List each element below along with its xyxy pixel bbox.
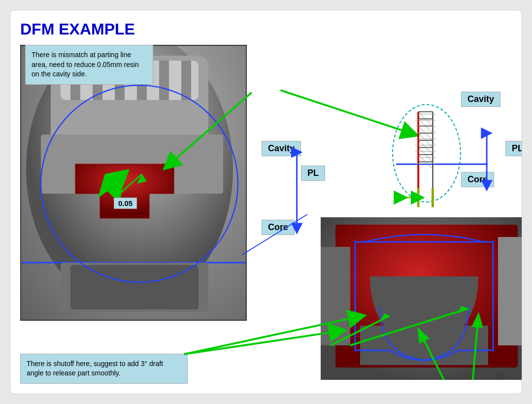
content-area: There is mismatch at parting line area, … <box>20 45 512 384</box>
slide-title: DFM EXAMPLE <box>20 20 512 38</box>
svg-rect-8 <box>181 61 191 100</box>
svg-rect-21 <box>498 237 522 345</box>
svg-rect-12 <box>70 265 199 309</box>
cavity-label-middle: Cavity <box>262 141 301 156</box>
callout-shutoff: There is shutoff here, suggest to add 3°… <box>20 354 188 384</box>
slide: DFM EXAMPLE <box>10 10 522 394</box>
svg-line-56 <box>184 331 338 354</box>
callout-mismatch: There is mismatch at parting line area, … <box>25 45 153 85</box>
core-label-right: Core <box>461 172 494 187</box>
svg-rect-19 <box>360 326 488 365</box>
measure-005: 0.05 <box>114 198 137 209</box>
left-3d-image <box>20 45 247 321</box>
svg-rect-7 <box>159 61 169 100</box>
page-number: 10 <box>496 372 504 381</box>
part-3d <box>21 46 246 320</box>
core-label-middle: Core <box>262 220 295 235</box>
pl-label-middle: PL <box>301 166 325 181</box>
bottom-right-3d-image <box>321 217 522 380</box>
dashed-oval <box>392 104 461 202</box>
pl-label-right: PL <box>505 141 522 156</box>
cavity-label-right: Cavity <box>461 92 500 107</box>
svg-rect-20 <box>321 247 350 345</box>
